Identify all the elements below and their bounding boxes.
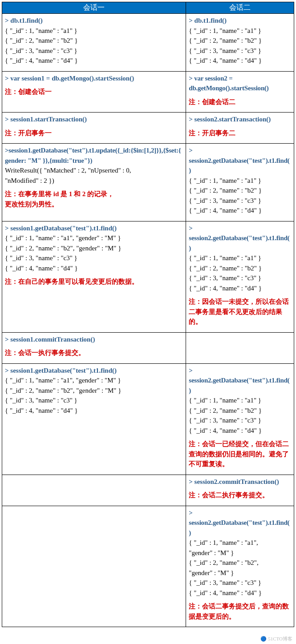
command-line: > session1.commitTransaction()	[5, 334, 183, 345]
command-line: session2.getDatabase("test").t1.find()	[189, 233, 291, 253]
note-line: 注：在事务里将 id 是 1 和 2 的记录，	[5, 189, 183, 199]
output-line: { "_id" : 1, "name" : "a1" }	[189, 253, 291, 263]
cell-session-2: > var session2 =db.getMongo().startSessi…	[186, 71, 294, 113]
command-line: > var session2 =	[189, 73, 291, 84]
output-line: { "_id" : 2, "name" : "b2" }	[189, 406, 291, 416]
note-line: 注：会话一已经提交，但在会话二查询的数据仍旧是相同的。避免了不可重复读。	[189, 439, 291, 469]
output-line: { "_id" : 4, "name" : "d4" }	[189, 56, 291, 66]
output-line: { "_id" : 4, "name" : "d4" }	[5, 406, 183, 416]
note-line: 注：在自己的事务里可以看见变更后的数据。	[5, 277, 183, 287]
output-line: { "_id" : 1, "name" : "a1" }	[189, 395, 291, 406]
note-line: 更改性别为男性。	[5, 199, 183, 209]
cell-session-1	[2, 475, 186, 506]
output-line: { "_id" : 4, "name" : "d4" }	[189, 205, 291, 216]
cell-session-1: > session1.startTransaction()注：开启事务一	[2, 113, 186, 144]
command-line: > session2.startTransaction()	[189, 114, 291, 125]
output-line: { "_id" : 4, "name" : "d4" }	[189, 588, 291, 598]
note-line: 注：因会话一未提交，所以在会话二事务里是看不见更改后的结果的。	[189, 297, 291, 327]
output-line: { "_id" : 3, "name" : "c3" }	[5, 253, 183, 263]
note-line: 注：会话二执行事务提交。	[189, 490, 291, 500]
command-line: > var session1 = db.getMongo().startSess…	[5, 73, 183, 84]
output-line: { "_id" : 4, "name" : "d4" }	[189, 426, 291, 436]
cell-session-2: >session2.getDatabase("test").t1.find(){…	[186, 506, 294, 627]
output-line: "nModified" : 2 })	[5, 176, 183, 186]
cell-session-1: >session1.getDatabase("test").t1.update(…	[2, 144, 186, 221]
cell-session-1: > var session1 = db.getMongo().startSess…	[2, 71, 186, 113]
cell-session-2	[186, 332, 294, 363]
cell-session-2: >session2.getDatabase("test").t1.find(){…	[186, 363, 294, 475]
command-line: > session1.getDatabase("test").t1.find()	[5, 223, 183, 233]
output-line: { "_id" : 3, "name" : "c3" }	[189, 196, 291, 206]
output-line: { "_id" : 1, "name" : "a1", "gender" : "…	[5, 233, 183, 243]
output-line: { "_id" : 2, "name" : "b2" }	[189, 185, 291, 196]
cell-session-2: >session2.getDatabase("test").t1.find(){…	[186, 221, 294, 332]
output-line: { "_id" : 4, "name" : "d4" }	[5, 263, 183, 274]
cell-session-2: > session2.startTransaction()注：开启事务二	[186, 113, 294, 144]
output-line: { "_id" : 1, "name" : "a1" }	[189, 176, 291, 186]
table-row: > session1.getDatabase("test").t1.find()…	[2, 221, 294, 332]
output-line: { "_id" : 2, "name" : "b2" }	[189, 263, 291, 274]
output-line: { "_id" : 2, "name" : "b2", "gender" : "…	[5, 386, 183, 396]
note-line: 注：会话二事务提交后，查询的数据是变更后的。	[189, 601, 291, 621]
table-row: >session2.getDatabase("test").t1.find(){…	[2, 506, 294, 627]
table-row: > session1.commitTransaction()注：会话一执行事务提…	[2, 332, 294, 363]
output-line: { "_id" : 1, "name" : "a1", "gender" : "…	[5, 375, 183, 386]
command-line: db.getMongo().startSession()	[189, 83, 291, 93]
output-line: { "_id" : 3, "name" : "c3" }	[5, 46, 183, 56]
table-row: >session1.getDatabase("test").t1.update(…	[2, 144, 294, 221]
session-comparison-table: 会话一 会话二 > db.t1.find(){ "_id" : 1, "name…	[2, 2, 294, 627]
cell-session-1: > session1.commitTransaction()注：会话一执行事务提…	[2, 332, 186, 363]
cell-session-1	[2, 506, 186, 627]
table-row: > session1.startTransaction()注：开启事务一> se…	[2, 113, 294, 144]
output-line: { "_id" : 3, "name" : "c3" }	[189, 578, 291, 588]
output-line: WriteResult({ "nMatched" : 2, "nUpserted…	[5, 165, 183, 176]
command-line: >	[189, 145, 291, 156]
cell-session-1: > session1.getDatabase("test").t1.find()…	[2, 221, 186, 332]
command-line: >	[189, 223, 291, 233]
table-row: > var session1 = db.getMongo().startSess…	[2, 71, 294, 113]
output-line: { "_id" : 4, "name" : "d4" }	[189, 283, 291, 294]
command-line: >	[189, 508, 291, 518]
cell-session-1: > db.t1.find(){ "_id" : 1, "name" : "a1"…	[2, 14, 186, 72]
output-line: { "_id" : 2, "name" : "b2", "gender" : "…	[5, 243, 183, 254]
command-line: session2.getDatabase("test").t1.find()	[189, 518, 291, 538]
cell-session-2: > session2.commitTransaction()注：会话二执行事务提…	[186, 475, 294, 506]
output-line: { "_id" : 2, "name" : "b2",	[189, 558, 291, 568]
output-line: { "_id" : 1, "name" : "a1",	[189, 538, 291, 548]
header-session-2: 会话二	[186, 2, 294, 14]
command-line: > db.t1.find()	[5, 16, 183, 26]
command-line: >	[189, 366, 291, 376]
cell-session-1: > session1.getDatabase("test").t1.find()…	[2, 363, 186, 475]
note-line: 注：会话一执行事务提交。	[5, 348, 183, 358]
note-line: 注：创建会话二	[189, 97, 291, 107]
cell-session-2: > db.t1.find(){ "_id" : 1, "name" : "a1"…	[186, 14, 294, 72]
output-line: { "_id" : 3, "name" : "c3" }	[5, 395, 183, 406]
header-session-1: 会话一	[2, 2, 186, 14]
output-line: { "_id" : 1, "name" : "a1" }	[189, 26, 291, 36]
command-line: > session2.commitTransaction()	[189, 477, 291, 487]
output-line: "gender" : "M" }	[189, 568, 291, 578]
output-line: "gender" : "M" }	[189, 548, 291, 558]
note-line: 注：创建会话一	[5, 87, 183, 97]
cell-session-2: >session2.getDatabase("test").t1.find(){…	[186, 144, 294, 221]
command-line: >session1.getDatabase("test").t1.update(…	[5, 145, 183, 165]
table-row: > db.t1.find(){ "_id" : 1, "name" : "a1"…	[2, 14, 294, 72]
output-line: { "_id" : 3, "name" : "c3" }	[189, 273, 291, 283]
output-line: { "_id" : 1, "name" : "a1" }	[5, 26, 183, 36]
output-line: { "_id" : 3, "name" : "c3" }	[189, 415, 291, 426]
output-line: { "_id" : 2, "name" : "b2" }	[189, 36, 291, 46]
output-line: { "_id" : 4, "name" : "d4" }	[5, 56, 183, 66]
command-line: > session1.getDatabase("test").t1.find()	[5, 366, 183, 376]
command-line: session2.getDatabase("test").t1.find()	[189, 375, 291, 395]
note-line: 注：开启事务二	[189, 128, 291, 138]
table-row: > session2.commitTransaction()注：会话二执行事务提…	[2, 475, 294, 506]
command-line: session2.getDatabase("test").t1.find()	[189, 156, 291, 176]
note-line: 注：开启事务一	[5, 128, 183, 138]
table-row: > session1.getDatabase("test").t1.find()…	[2, 363, 294, 475]
output-line: { "_id" : 3, "name" : "c3" }	[189, 46, 291, 56]
command-line: > session1.startTransaction()	[5, 114, 183, 125]
command-line: > db.t1.find()	[189, 16, 291, 26]
output-line: { "_id" : 2, "name" : "b2" }	[5, 36, 183, 46]
